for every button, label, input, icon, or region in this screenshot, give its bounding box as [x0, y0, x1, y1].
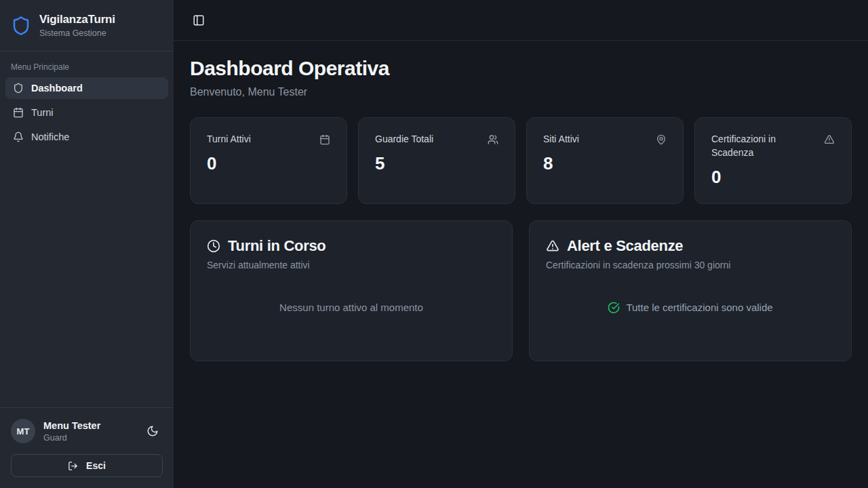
- panel-turni-in-corso: Turni in Corso Servizi attualmente attiv…: [190, 220, 513, 361]
- panel-subtitle: Certificazioni in scadenza prossimi 30 g…: [546, 260, 835, 270]
- avatar: MT: [11, 419, 35, 443]
- sidebar-footer: MT Menu Tester Guard Esci: [0, 407, 174, 488]
- panel-alert-scadenze: Alert e Scadenze Certificazioni in scade…: [529, 220, 852, 361]
- stat-value: 0: [207, 153, 330, 174]
- stats-grid: Turni Attivi 0 Guardie Totali 5: [190, 117, 852, 204]
- stat-card-turni-attivi: Turni Attivi 0: [190, 117, 347, 204]
- sidebar: VigilanzaTurni Sistema Gestione Menu Pri…: [0, 0, 174, 488]
- clock-icon: [207, 239, 220, 253]
- user-role: Guard: [43, 433, 100, 443]
- panel-title: Turni in Corso: [228, 237, 326, 255]
- theme-toggle-button[interactable]: [142, 421, 163, 441]
- map-pin-icon: [656, 134, 667, 145]
- sidebar-item-label: Dashboard: [31, 83, 83, 94]
- logout-label: Esci: [86, 460, 106, 471]
- app-subtitle: Sistema Gestione: [39, 28, 115, 38]
- page-title: Dashboard Operativa: [190, 57, 852, 80]
- calendar-icon: [13, 107, 24, 118]
- calendar-icon: [319, 134, 330, 145]
- dashboard-content: Dashboard Operativa Benvenuto, Menu Test…: [174, 41, 868, 378]
- logout-icon: [68, 461, 78, 471]
- app-brand: VigilanzaTurni Sistema Gestione: [0, 0, 174, 52]
- moon-icon: [146, 425, 159, 437]
- panel-subtitle: Servizi attualmente attivi: [207, 260, 496, 270]
- sidebar-toggle-button[interactable]: [189, 10, 209, 30]
- bell-icon: [13, 131, 24, 142]
- sidebar-item-label: Turni: [31, 107, 54, 118]
- welcome-text: Benvenuto, Menu Tester: [190, 86, 852, 98]
- stat-label: Turni Attivi: [207, 133, 258, 146]
- empty-state-message: Nessun turno attivo al momento: [279, 302, 423, 313]
- stat-card-guardie-totali: Guardie Totali 5: [358, 117, 515, 204]
- stat-label: Certificazioni in Scadenza: [711, 133, 824, 160]
- check-circle-icon: [608, 302, 620, 314]
- main-area: Dashboard Operativa Benvenuto, Menu Test…: [174, 0, 868, 488]
- stat-label: Guardie Totali: [375, 133, 440, 146]
- stat-card-certificazioni: Certificazioni in Scadenza 0: [694, 117, 852, 204]
- sidebar-item-label: Notifiche: [31, 131, 69, 142]
- alert-triangle-icon: [546, 239, 559, 253]
- topbar: [174, 0, 868, 41]
- stat-value: 8: [543, 153, 667, 174]
- stat-value: 5: [375, 153, 498, 174]
- panel-left-icon: [193, 14, 205, 26]
- panel-title: Alert e Scadenze: [567, 237, 683, 255]
- sidebar-item-turni[interactable]: Turni: [5, 102, 168, 123]
- user-name: Menu Tester: [43, 420, 100, 431]
- shield-logo-icon: [11, 16, 31, 36]
- sidebar-nav: Dashboard Turni Notifiche: [0, 77, 174, 150]
- nav-section-label: Menu Principale: [0, 52, 174, 77]
- logout-button[interactable]: Esci: [11, 454, 163, 477]
- sidebar-item-notifiche[interactable]: Notifiche: [5, 126, 168, 148]
- status-message: Tutte le certificazioni sono valide: [626, 302, 772, 313]
- app-title: VigilanzaTurni: [39, 13, 115, 26]
- alert-triangle-icon: [824, 134, 835, 145]
- sidebar-item-dashboard[interactable]: Dashboard: [5, 77, 168, 99]
- stat-card-siti-attivi: Siti Attivi 8: [526, 117, 684, 204]
- shield-icon: [13, 83, 24, 94]
- stat-value: 0: [711, 167, 835, 188]
- stat-label: Siti Attivi: [543, 133, 586, 146]
- users-icon: [488, 134, 498, 145]
- panels-grid: Turni in Corso Servizi attualmente attiv…: [190, 220, 852, 361]
